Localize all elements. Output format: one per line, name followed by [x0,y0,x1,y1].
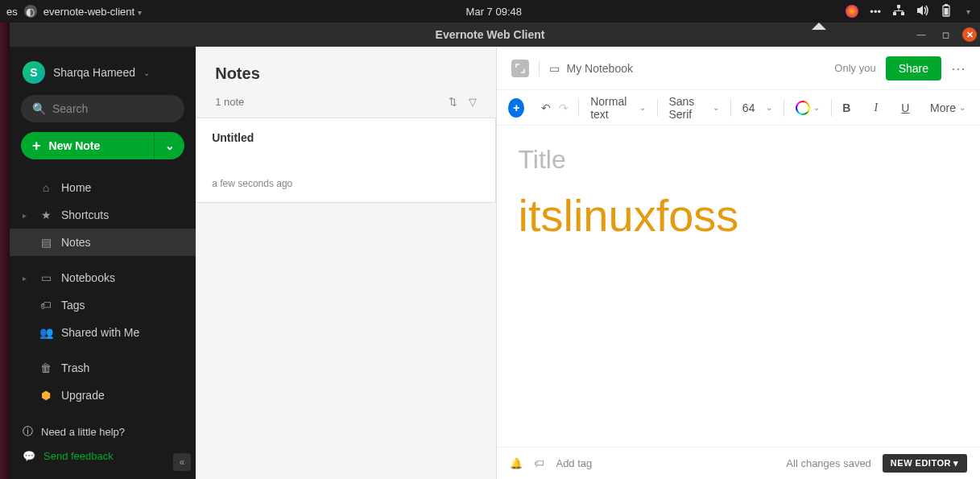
sidebar-item-label: Upgrade [61,389,105,402]
notes-count: 1 note [215,96,244,108]
star-icon: ★ [39,209,53,221]
sidebar-item-label: Shortcuts [61,209,109,221]
sidebar-item-label: Notebooks [61,271,115,284]
volume-icon[interactable] [916,5,929,19]
feedback-link[interactable]: 💬 Send feedback [23,444,183,468]
help-label: Need a little help? [41,426,125,438]
tag-add-icon[interactable]: 🏷 [534,457,544,469]
people-icon: 👥 [39,326,53,339]
close-button[interactable]: ✕ [962,27,977,42]
overflow-icon[interactable]: ••• [870,6,881,18]
add-tag-input[interactable]: Add tag [556,457,592,469]
sidebar-item-upgrade[interactable]: ⬢ Upgrade [10,382,196,409]
sidebar-item-shared[interactable]: 👥 Shared with Me [10,319,196,346]
minimize-button[interactable]: — [914,27,928,42]
new-note-button[interactable]: + New Note ⌄ [21,132,184,159]
save-status: All changes saved [786,457,871,469]
maximize-button[interactable]: ◻ [938,27,953,42]
search-input[interactable]: 🔍 Search [21,95,184,122]
note-content[interactable]: itslinuxfoss [518,189,959,242]
sort-icon[interactable]: ⇅ [449,96,457,108]
notes-list-panel: Notes 1 note ⇅ ▽ Untitled a few seconds … [196,47,497,479]
window-title: Evernote Web Client [0,28,980,41]
svg-rect-0 [897,5,900,8]
bold-icon[interactable]: B [840,101,853,114]
upgrade-icon: ⬢ [39,389,53,402]
svg-rect-10 [945,8,949,15]
sidebar: S Sharqa Hameed ⌄ 🔍 Search + New Note ⌄ … [10,47,196,479]
system-menu-chevron-icon[interactable]: ▾ [966,7,970,16]
expand-icon[interactable] [511,60,529,77]
more-options-icon[interactable]: ⋯ [951,60,966,77]
visibility-label[interactable]: Only you [834,62,875,74]
left-dock-edge [0,23,10,479]
more-format-dropdown[interactable]: More⌄ [927,101,969,114]
search-placeholder: Search [52,102,88,115]
filter-icon[interactable]: ▽ [469,96,477,108]
new-editor-button[interactable]: NEW EDITOR ▾ [883,454,967,473]
svg-rect-6 [903,10,904,13]
title-input[interactable]: Title [518,145,959,175]
sidebar-item-label: Home [61,181,91,194]
editor-panel: ▭ My Notebook Only you Share ⋯ + ↶ ↷ Nor… [497,47,980,479]
home-icon: ⌂ [39,181,53,194]
tag-icon: 🏷 [39,299,53,312]
undo-icon[interactable]: ↶ [540,101,552,114]
reminder-icon[interactable]: 🔔 [510,457,523,469]
sidebar-item-notes[interactable]: ▤ Notes [10,229,196,256]
text-style-dropdown[interactable]: Normal text⌄ [587,95,648,121]
caret-icon[interactable]: ▸ [23,274,31,283]
note-icon: ▤ [39,236,53,249]
note-card-title: Untitled [212,131,479,144]
help-icon: ⓘ [23,424,33,439]
note-card-meta: a few seconds ago [212,178,479,189]
share-button[interactable]: Share [886,56,941,81]
sidebar-item-notebooks[interactable]: ▸▭ Notebooks [10,264,196,291]
redo-icon[interactable]: ↷ [557,101,570,114]
italic-icon[interactable]: I [870,101,883,114]
svg-rect-4 [895,10,904,11]
separator [539,60,540,76]
notebook-icon: ▭ [39,271,53,284]
underline-icon[interactable]: U [899,101,912,114]
battery-icon[interactable] [941,4,952,19]
collapse-sidebar-button[interactable]: « [173,453,191,471]
feedback-icon: 💬 [23,450,35,462]
note-card[interactable]: Untitled a few seconds ago [196,118,496,203]
system-bar: es ◐ evernote-web-client▾ Mar 7 09:48 ••… [0,0,980,23]
font-size-dropdown[interactable]: 64⌄ [739,101,776,114]
indicator-arrow-icon [812,23,826,30]
sidebar-item-label: Notes [61,236,91,249]
svg-rect-5 [895,10,895,13]
color-picker[interactable]: ⌄ [792,101,823,115]
app-menu[interactable]: evernote-web-client▾ [43,6,142,18]
network-icon[interactable] [892,5,905,19]
new-note-dropdown[interactable]: ⌄ [154,132,184,159]
app-icon: ◐ [24,5,37,18]
feedback-label: Send feedback [43,450,114,462]
firefox-indicator-icon[interactable] [846,5,858,18]
plus-icon: + [32,138,41,155]
help-link[interactable]: ⓘ Need a little help? [23,419,183,444]
notebook-selector[interactable]: ▭ My Notebook [549,62,632,75]
clock[interactable]: Mar 7 09:48 [142,6,846,18]
caret-icon[interactable]: ▸ [23,211,31,220]
user-menu[interactable]: S Sharqa Hameed ⌄ [10,61,196,95]
new-note-label: New Note [49,139,101,152]
insert-button[interactable]: + [508,98,524,118]
svg-rect-9 [945,4,948,6]
sidebar-item-shortcuts[interactable]: ▸★ Shortcuts [10,201,196,229]
sidebar-nav: ⌂ Home ▸★ Shortcuts ▤ Notes ▸▭ Notebooks… [10,174,196,411]
trash-icon: 🗑 [39,361,53,374]
font-dropdown[interactable]: Sans Serif⌄ [665,95,722,121]
left-app-hint: es [6,6,18,18]
sidebar-item-tags[interactable]: 🏷 Tags [10,291,196,319]
editor-body[interactable]: Title itslinuxfoss [497,126,980,447]
svg-marker-7 [917,6,923,15]
sidebar-item-trash[interactable]: 🗑 Trash [10,354,196,382]
search-icon: 🔍 [32,102,46,115]
chevron-down-icon: ⌄ [143,68,150,77]
sidebar-item-home[interactable]: ⌂ Home [10,174,196,201]
sidebar-item-label: Trash [61,361,89,374]
notebook-icon: ▭ [549,62,560,75]
